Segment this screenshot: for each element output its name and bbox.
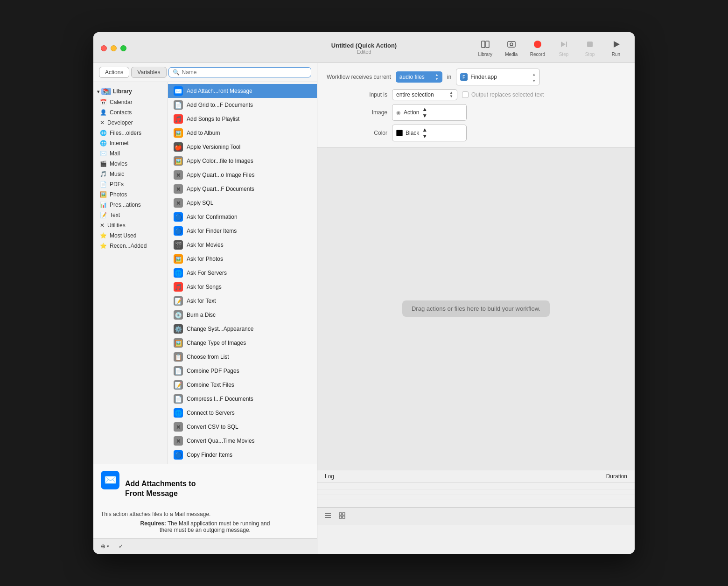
action-item-ask-text[interactable]: 📝 Ask for Text — [168, 294, 317, 308]
sidebar-item-movies[interactable]: 🎬Movies — [95, 159, 166, 169]
close-button[interactable] — [101, 45, 107, 51]
action-item-combine-text[interactable]: 📝 Combine Text Files — [168, 378, 317, 392]
action-item-convert-csv[interactable]: ✕ Convert CSV to SQL — [168, 420, 317, 434]
description-panel: ✉️ Add Attachments to Front Message This… — [93, 464, 317, 538]
output-checkbox[interactable] — [462, 91, 469, 98]
sidebar-section-library[interactable]: ▾ 📚 Library — [93, 86, 168, 97]
action-item-apply-sql[interactable]: ✕ Apply SQL — [168, 196, 317, 210]
action-item-choose-list[interactable]: 📋 Choose from List — [168, 350, 317, 364]
input-is-select[interactable]: entire selection ▲▼ — [392, 89, 457, 100]
run-button[interactable]: Run — [605, 38, 627, 59]
action-item-compress[interactable]: 📄 Compress I...F Documents — [168, 392, 317, 406]
sidebar: ▾ 📚 Library 📅Calendar 👤Contacts ✕Develop… — [93, 82, 168, 464]
files-icon: 🌐 — [100, 130, 107, 136]
minimize-button[interactable] — [111, 45, 117, 51]
tab-variables[interactable]: Variables — [131, 67, 166, 78]
checkmark-button[interactable]: ✓ — [116, 542, 126, 551]
action-item-add-attach[interactable]: ✉️ Add Attach...ront Message — [168, 84, 317, 98]
color-chevrons-icon: ▲▼ — [422, 126, 427, 140]
sidebar-item-text[interactable]: 📝Text — [95, 210, 166, 220]
sidebar-item-music[interactable]: 🎵Music — [95, 169, 166, 179]
sidebar-item-most-used[interactable]: ⭐Most Used — [95, 230, 166, 241]
action-item-add-album[interactable]: 🖼️ Add to Album — [168, 126, 317, 140]
log-area: Log Duration — [317, 470, 635, 554]
copy-finder-icon: 🔵 — [174, 450, 183, 460]
action-item-combine-pdf[interactable]: 📄 Combine PDF Pages — [168, 364, 317, 378]
action-item-ask-confirm[interactable]: 🔵 Ask for Confirmation — [168, 210, 317, 224]
utilities-icon: ✕ — [100, 222, 105, 229]
audio-files-select[interactable]: audio files ▲▼ — [396, 71, 442, 83]
image-select[interactable]: ◉ Action ▲▼ — [392, 104, 467, 121]
grid-view-button[interactable] — [337, 510, 347, 522]
record-button[interactable]: Record — [526, 38, 549, 59]
library-button[interactable]: Library — [474, 38, 497, 59]
list-view-button[interactable] — [323, 510, 333, 522]
stop-button[interactable]: Stop — [579, 38, 601, 59]
combine-text-icon: 📝 — [174, 380, 183, 390]
action-item-burn-disc[interactable]: 💿 Burn a Disc — [168, 308, 317, 322]
sidebar-item-developer[interactable]: ✕Developer — [95, 118, 166, 128]
add-action-button[interactable]: ⊕ ▾ — [98, 542, 112, 551]
desc-text: This action attaches files to a Mail mes… — [101, 511, 309, 517]
tab-bar: Actions Variables 🔍 — [93, 63, 317, 82]
tab-actions[interactable]: Actions — [99, 67, 129, 78]
sidebar-item-files[interactable]: 🌐Files...olders — [95, 128, 166, 138]
mail-icon: ✉️ — [100, 150, 107, 157]
add-grid-icon: 📄 — [174, 100, 183, 110]
output-label: Output replaces selected text — [471, 91, 544, 98]
finder-app-select[interactable]: F Finder.app ▲▼ — [456, 69, 540, 85]
sidebar-item-contacts[interactable]: 👤Contacts — [95, 107, 166, 118]
action-item-apple-version[interactable]: 🍎 Apple Versioning Tool — [168, 140, 317, 154]
svg-point-3 — [510, 43, 513, 46]
input-row: Input is entire selection ▲▼ Output repl… — [327, 89, 625, 100]
convert-qua-icon: ✕ — [174, 436, 183, 446]
apple-version-icon: 🍎 — [174, 142, 183, 152]
image-bullet-icon: ◉ — [396, 110, 401, 116]
developer-icon: ✕ — [100, 119, 105, 126]
svg-rect-13 — [343, 513, 345, 515]
receives-row: Workflow receives current audio files ▲▼… — [327, 69, 625, 85]
apply-quartz-img-icon: ✕ — [174, 170, 183, 180]
image-row: Image ◉ Action ▲▼ — [327, 104, 625, 121]
sidebar-item-mail[interactable]: ✉️Mail — [95, 148, 166, 159]
sidebar-item-utilities[interactable]: ✕Utilities — [95, 220, 166, 230]
log-row — [317, 485, 635, 490]
window-title: Untitled (Quick Action) — [331, 42, 397, 49]
action-item-copy-finder[interactable]: 🔵 Copy Finder Items — [168, 448, 317, 462]
sidebar-item-presentations[interactable]: 📊Pres...ations — [95, 200, 166, 210]
search-input[interactable] — [182, 69, 308, 76]
ask-movies-icon: 🎬 — [174, 240, 183, 250]
sidebar-item-pdfs[interactable]: 📄PDFs — [95, 179, 166, 189]
action-item-convert-qua[interactable]: ✕ Convert Qua...Time Movies — [168, 434, 317, 448]
action-item-ask-servers[interactable]: 🌐 Ask For Servers — [168, 266, 317, 280]
action-item-apply-quartz-doc[interactable]: ✕ Apply Quart...F Documents — [168, 182, 317, 196]
sidebar-item-calendar[interactable]: 📅Calendar — [95, 97, 166, 107]
action-item-change-syst[interactable]: ⚙️ Change Syst...Appearance — [168, 322, 317, 336]
action-item-add-grid[interactable]: 📄 Add Grid to...F Documents — [168, 98, 317, 112]
action-item-ask-finder[interactable]: 🔵 Ask for Finder Items — [168, 224, 317, 238]
action-item-apply-quartz-img[interactable]: ✕ Apply Quart...o Image Files — [168, 168, 317, 182]
run-label: Run — [612, 52, 620, 57]
action-item-change-type[interactable]: 🖼️ Change Type of Images — [168, 336, 317, 350]
action-item-ask-photos[interactable]: 🖼️ Ask for Photos — [168, 252, 317, 266]
action-item-add-songs[interactable]: 🎵 Add Songs to Playlist — [168, 112, 317, 126]
window-subtitle: Edited — [331, 49, 397, 55]
action-item-ask-movies[interactable]: 🎬 Ask for Movies — [168, 238, 317, 252]
action-item-apply-color[interactable]: 🖼️ Apply Color...file to Images — [168, 154, 317, 168]
left-panel: Actions Variables 🔍 ▾ 📚 Library — [93, 63, 317, 554]
finder-chevrons-icon: ▲▼ — [532, 70, 536, 84]
convert-csv-icon: ✕ — [174, 422, 183, 432]
step-button[interactable]: Step — [553, 38, 575, 59]
compress-icon: 📄 — [174, 394, 183, 404]
action-item-ask-songs[interactable]: 🎵 Ask for Songs — [168, 280, 317, 294]
action-item-connect-servers[interactable]: 🌐 Connect to Servers — [168, 406, 317, 420]
sidebar-item-internet[interactable]: 🌐Internet — [95, 138, 166, 148]
sidebar-item-recently-added[interactable]: ⭐Recen...Added — [95, 241, 166, 251]
log-header: Log Duration — [317, 470, 635, 483]
connect-servers-icon: 🌐 — [174, 408, 183, 418]
sidebar-item-photos[interactable]: 🖼️Photos — [95, 189, 166, 200]
media-button[interactable]: Media — [500, 38, 523, 59]
maximize-button[interactable] — [120, 45, 126, 51]
add-songs-icon: 🎵 — [174, 114, 183, 124]
color-select[interactable]: Black ▲▼ — [392, 125, 467, 141]
